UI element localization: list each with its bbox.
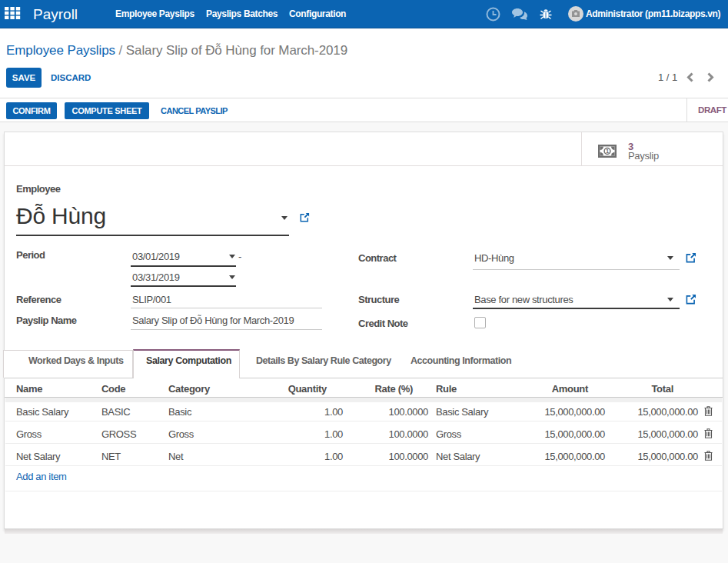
svg-text:1: 1: [606, 148, 609, 155]
